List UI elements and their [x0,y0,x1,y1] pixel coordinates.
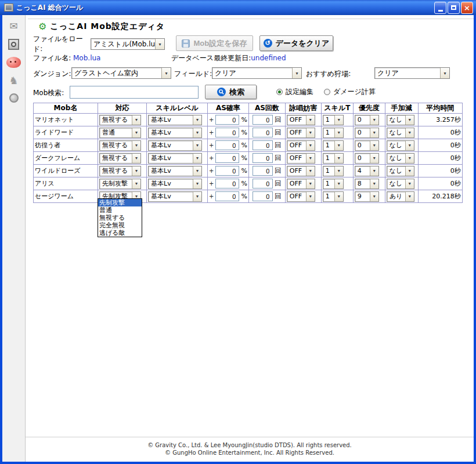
maximize-button[interactable] [448,2,460,14]
as-rate-input[interactable] [215,153,239,163]
as-count-input[interactable] [253,166,273,176]
as-count-input[interactable] [253,128,273,137]
hunting-ground-select[interactable]: クリア ▾ [374,67,450,79]
as-rate-input[interactable] [215,128,239,137]
radio-damage-calc[interactable]: ダメージ計算 [324,87,376,97]
column-header: 詠唱妨害 [285,103,321,114]
radio-settings-edit[interactable]: 設定編集 [276,87,313,97]
response-select[interactable]: 無視する▾ [99,153,141,164]
priority-select[interactable]: 4▾ [355,166,379,176]
skill-t-select[interactable]: 1▾ [323,153,344,164]
as-rate-input[interactable] [215,179,239,188]
as-rate-input[interactable] [215,140,239,150]
dungeon-select[interactable]: グラストヘイム室内 ▾ [71,67,171,79]
chevron-down-icon: ▾ [306,141,315,150]
skill-t-select[interactable]: 1▾ [323,115,344,125]
as-count-input[interactable] [253,179,273,188]
as-count-input[interactable] [253,191,273,201]
priority-select[interactable]: 0▾ [355,128,379,138]
close-button[interactable]: × [461,2,473,14]
plus-sign: + [209,142,214,148]
handicap-select[interactable]: なし▾ [387,128,414,138]
handicap-select[interactable]: なし▾ [387,115,414,125]
chevron-down-icon: ▾ [306,128,315,137]
response-select[interactable]: 普通▾ [99,128,141,138]
hunting-ground-label: おすすめ狩場: [306,69,351,79]
field-select[interactable]: クリア ▾ [212,67,302,79]
statue-icon[interactable]: ♞ [6,74,21,86]
response-select[interactable]: 無視する▾ [99,140,141,151]
skill-level-select[interactable]: 基本Lv▾ [148,179,202,189]
handicap-select[interactable]: なし▾ [387,153,414,164]
minimize-button[interactable] [434,2,446,14]
file-load-select[interactable]: アミストル(Mob.lua) ▾ [91,38,165,50]
chevron-down-icon: ▾ [193,128,201,137]
as-rate-input[interactable] [215,115,239,125]
priority-select[interactable]: 8▾ [355,179,379,189]
handicap-select[interactable]: なし▾ [387,166,414,176]
as-count-input[interactable] [253,140,273,150]
mob-settings-table: Mob名対応スキルレベルAS確率AS回数詠唱妨害スキルT優先度手加減平均時間 マ… [33,103,463,203]
dropdown-option[interactable]: 逃げる敵 [98,229,142,237]
handicap-select[interactable]: なし▾ [387,179,414,189]
handicap-select[interactable]: なし▾ [387,140,414,151]
response-select[interactable]: 無視する▾ [99,115,141,125]
chevron-down-icon: ▾ [370,128,378,137]
dropdown-option[interactable]: 普通 [98,206,142,214]
skill-t-select[interactable]: 1▾ [323,166,344,176]
as-count-input[interactable] [253,115,273,125]
skill-t-select[interactable]: 1▾ [323,140,344,151]
save-mob-settings-button[interactable]: Mob設定を保存 [176,35,253,51]
cast-interrupt-select[interactable]: OFF▾ [287,128,315,138]
dropdown-option[interactable]: 先制攻撃 [98,199,142,206]
dropdown-option[interactable]: 無視する [98,214,142,222]
priority-select[interactable]: 9▾ [355,191,379,202]
chevron-down-icon: ▾ [334,166,343,176]
skill-level-select[interactable]: 基本Lv▾ [148,115,202,125]
response-select[interactable]: 無視する▾ [99,166,141,176]
field-label: フィールド: [174,69,212,79]
coin-icon[interactable] [6,92,21,104]
skill-level-select[interactable]: 基本Lv▾ [148,153,202,164]
clear-data-button[interactable]: ↺ データをクリア [259,35,333,51]
skill-level-select[interactable]: 基本Lv▾ [148,140,202,151]
cast-interrupt-select[interactable]: OFF▾ [287,166,315,176]
skill-t-select[interactable]: 1▾ [323,191,344,202]
priority-select[interactable]: 0▾ [355,153,379,164]
search-button[interactable]: 検索 [205,85,257,99]
response-select[interactable]: 先制攻撃▾ [99,179,141,189]
dropdown-option[interactable]: 完全無視 [98,222,142,229]
skill-level-select[interactable]: 基本Lv▾ [148,128,202,138]
as-count-input[interactable] [253,153,273,163]
dungeon-label: ダンジョン: [33,69,71,79]
as-rate-input[interactable] [215,191,239,201]
priority-select[interactable]: 0▾ [355,140,379,151]
cast-interrupt-select[interactable]: OFF▾ [287,179,315,189]
footer: © Gravity Co., Ltd. & Lee MyoungJin(stud… [26,437,474,456]
skill-level-select[interactable]: 基本Lv▾ [148,166,202,176]
chevron-down-icon: ▾ [334,154,343,163]
app-window: こっこAI 総合ツール × ✉ ♞ ⚙ こっこAI Mob設定エディタ ファイル… [0,0,476,464]
cast-interrupt-select[interactable]: OFF▾ [287,115,315,125]
plus-sign: + [209,155,214,161]
chevron-down-icon: ▾ [306,166,315,176]
handicap-select[interactable]: あり▾ [387,191,414,202]
chevron-down-icon: ▾ [334,141,343,150]
camera-icon[interactable] [6,38,21,50]
mob-search-input[interactable] [70,86,199,99]
poring-icon[interactable] [6,56,21,68]
skill-t-select[interactable]: 1▾ [323,128,344,138]
chevron-down-icon: ▾ [334,115,343,125]
mail-icon[interactable]: ✉ [6,20,21,32]
avg-time-cell: 0秒 [418,126,462,139]
file-name-label: ファイル名: [33,54,71,62]
percent-unit: % [241,193,247,200]
cast-interrupt-select[interactable]: OFF▾ [287,140,315,151]
cast-interrupt-select[interactable]: OFF▾ [287,191,315,202]
as-rate-input[interactable] [215,166,239,176]
cast-interrupt-select[interactable]: OFF▾ [287,153,315,164]
skill-t-select[interactable]: 1▾ [323,179,344,189]
skill-level-select[interactable]: 基本Lv▾ [148,191,202,202]
chevron-down-icon: ▾ [132,128,140,137]
priority-select[interactable]: 0▾ [355,115,379,125]
